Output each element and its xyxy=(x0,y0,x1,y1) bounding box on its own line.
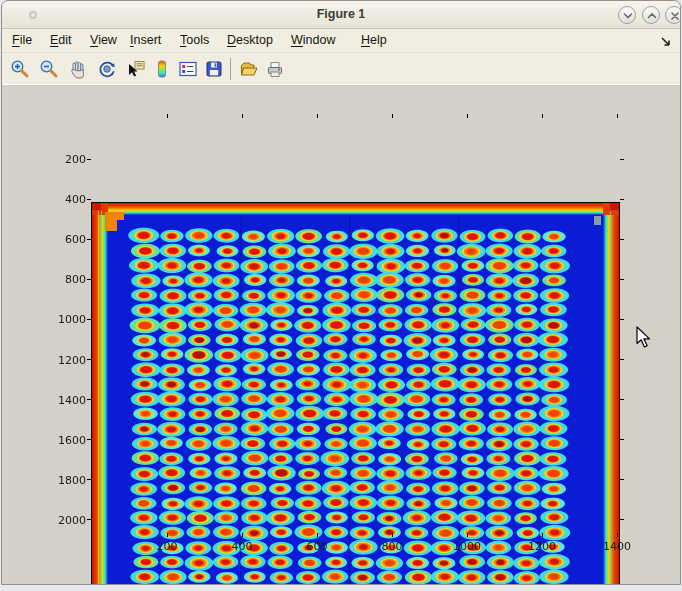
x-tick xyxy=(167,533,168,537)
close-button[interactable] xyxy=(665,6,681,24)
x-tick-top xyxy=(317,114,318,118)
menu-tools[interactable]: Tools xyxy=(180,33,209,47)
insert-legend-icon[interactable] xyxy=(176,57,200,81)
y-tick xyxy=(87,159,91,160)
menu-file[interactable]: File xyxy=(12,33,32,47)
mouse-cursor-icon xyxy=(636,326,653,349)
figure-toolbar xyxy=(2,53,680,85)
x-tick-top xyxy=(167,114,168,118)
y-tick-right xyxy=(620,239,624,240)
y-tick xyxy=(87,239,91,240)
open-file-icon[interactable] xyxy=(237,57,261,81)
y-tick-label: 1800 xyxy=(46,474,86,487)
save-figure-icon[interactable] xyxy=(202,57,226,81)
x-tick xyxy=(242,533,243,537)
y-tick xyxy=(87,439,91,440)
y-tick-label: 2000 xyxy=(46,514,86,527)
x-tick-top xyxy=(467,114,468,118)
y-tick-label: 200 xyxy=(46,153,86,166)
menu-window[interactable]: Window xyxy=(291,33,335,47)
y-tick xyxy=(87,279,91,280)
rotate-3d-icon[interactable] xyxy=(95,57,119,81)
dock-arrow-icon[interactable] xyxy=(659,35,672,48)
y-tick-right xyxy=(620,479,624,480)
y-tick xyxy=(87,479,91,480)
zoom-in-icon[interactable] xyxy=(8,57,32,81)
y-tick-label: 1400 xyxy=(46,394,86,407)
menu-bar: FileEditViewInsertToolsDesktopWindowHelp xyxy=(2,29,680,53)
chevron-down-icon xyxy=(620,8,636,24)
y-tick xyxy=(87,399,91,400)
x-tick-label: 1000 xyxy=(445,540,489,553)
x-tick xyxy=(392,533,393,537)
y-tick-label: 1200 xyxy=(46,354,86,367)
menu-desktop[interactable]: Desktop xyxy=(227,33,273,47)
minimize-button[interactable] xyxy=(618,6,636,24)
y-tick-right xyxy=(620,359,624,360)
x-tick-label: 200 xyxy=(145,540,189,553)
toolbar-separator xyxy=(230,58,231,80)
x-tick-top xyxy=(392,114,393,118)
y-tick-right xyxy=(620,199,624,200)
y-tick-label: 1000 xyxy=(46,313,86,326)
x-tick-label: 800 xyxy=(370,540,414,553)
print-figure-icon[interactable] xyxy=(263,57,287,81)
x-tick xyxy=(542,533,543,537)
figure-canvas-area: 2004006008001000120014002004006008001000… xyxy=(2,85,680,585)
y-tick-right xyxy=(620,319,624,320)
chevron-up-icon xyxy=(644,8,660,24)
x-tick-label: 1200 xyxy=(520,540,564,553)
x-tick xyxy=(467,533,468,537)
y-tick-label: 600 xyxy=(46,233,86,246)
pan-icon[interactable] xyxy=(66,57,90,81)
x-tick-label: 1400 xyxy=(595,540,639,553)
menu-view[interactable]: View xyxy=(90,33,117,47)
window-title: Figure 1 xyxy=(2,7,680,21)
y-tick-right xyxy=(620,279,624,280)
x-tick-top xyxy=(242,114,243,118)
data-cursor-icon[interactable] xyxy=(124,57,148,81)
y-tick xyxy=(87,199,91,200)
maximize-button[interactable] xyxy=(642,6,660,24)
y-tick-right xyxy=(620,399,624,400)
x-tick-top xyxy=(617,114,618,118)
plot-canvas[interactable] xyxy=(92,203,619,585)
x-tick-label: 400 xyxy=(220,540,264,553)
y-tick-label: 400 xyxy=(46,193,86,206)
plot-axes xyxy=(91,202,620,585)
y-tick xyxy=(87,319,91,320)
close-icon xyxy=(667,8,681,24)
y-tick-right xyxy=(620,519,624,520)
y-tick-right xyxy=(620,439,624,440)
x-tick xyxy=(317,533,318,537)
x-tick xyxy=(617,533,618,537)
x-tick-label: 600 xyxy=(295,540,339,553)
menu-insert[interactable]: Insert xyxy=(130,33,161,47)
zoom-out-icon[interactable] xyxy=(37,57,61,81)
y-tick xyxy=(87,359,91,360)
y-tick-right xyxy=(620,159,624,160)
insert-colorbar-icon[interactable] xyxy=(150,57,174,81)
y-tick-label: 800 xyxy=(46,273,86,286)
x-tick-top xyxy=(542,114,543,118)
menu-help[interactable]: Help xyxy=(361,33,387,47)
menu-edit[interactable]: Edit xyxy=(50,33,72,47)
y-tick xyxy=(87,519,91,520)
y-tick-label: 1600 xyxy=(46,434,86,447)
figure-window: Figure 1 FileEditViewInsertToolsDesktopW… xyxy=(1,0,681,585)
title-bar: Figure 1 xyxy=(2,1,680,29)
